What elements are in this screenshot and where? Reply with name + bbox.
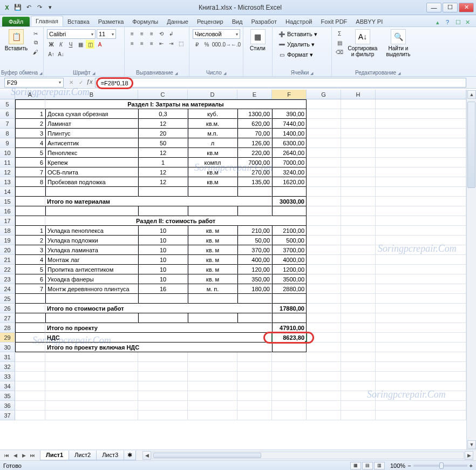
cell[interactable]: [376, 391, 466, 401]
cell[interactable]: 390,00: [272, 109, 307, 119]
cell[interactable]: [341, 343, 376, 352]
cell[interactable]: 0,3: [138, 109, 188, 119]
cell[interactable]: [307, 129, 341, 138]
rowhead[interactable]: 25: [0, 294, 15, 304]
cell[interactable]: [307, 245, 341, 255]
cell[interactable]: [237, 294, 272, 304]
rowhead[interactable]: 21: [0, 255, 15, 265]
cell[interactable]: [188, 391, 237, 401]
cell[interactable]: [45, 187, 138, 197]
doc-close-icon[interactable]: ✕: [465, 19, 473, 26]
cell[interactable]: [376, 158, 466, 167]
cell[interactable]: 270,00: [237, 167, 272, 177]
indent-inc-icon[interactable]: ⇥: [167, 39, 175, 48]
rowhead[interactable]: 36: [0, 401, 15, 411]
rowhead[interactable]: 8: [0, 129, 15, 138]
cell[interactable]: 16: [138, 284, 188, 294]
tab-insert[interactable]: Вставка: [63, 17, 94, 26]
section-header-1[interactable]: Раздел I: Затраты на материалы: [45, 99, 307, 109]
cell[interactable]: 1300,00: [237, 109, 272, 119]
cell[interactable]: [307, 197, 341, 206]
cell[interactable]: кв.м: [188, 167, 237, 177]
cell[interactable]: [272, 372, 307, 381]
cell[interactable]: [237, 313, 272, 323]
cell[interactable]: [138, 391, 188, 401]
cell[interactable]: 3: [15, 245, 45, 255]
cell[interactable]: кв. м: [188, 236, 237, 245]
cell[interactable]: 2: [15, 119, 45, 129]
cell[interactable]: [307, 265, 341, 274]
rowhead[interactable]: 14: [0, 187, 15, 197]
rowhead[interactable]: 16: [0, 206, 15, 216]
rowhead[interactable]: 13: [0, 177, 15, 187]
close-button[interactable]: ✕: [459, 3, 474, 12]
number-format-dropdown[interactable]: Числовой: [193, 29, 240, 39]
cell[interactable]: кв. м: [188, 245, 237, 255]
rowhead[interactable]: 19: [0, 236, 15, 245]
cell[interactable]: Плинтус: [45, 129, 138, 138]
cell[interactable]: [272, 343, 307, 352]
cell[interactable]: [138, 206, 188, 216]
cell[interactable]: 12: [138, 167, 188, 177]
cell[interactable]: [15, 362, 45, 372]
rowhead[interactable]: 32: [0, 362, 15, 372]
cell[interactable]: [307, 158, 341, 167]
cell[interactable]: [272, 187, 307, 197]
fill-handle[interactable]: [305, 341, 307, 343]
rowhead[interactable]: 33: [0, 372, 15, 381]
cell[interactable]: 70,00: [237, 129, 272, 138]
cell[interactable]: [138, 294, 188, 304]
fill-icon[interactable]: ▤: [335, 38, 344, 47]
cell[interactable]: [341, 148, 376, 158]
cell[interactable]: [341, 167, 376, 177]
cell[interactable]: [341, 381, 376, 391]
colhead-B[interactable]: B: [45, 90, 138, 99]
cell[interactable]: [376, 226, 466, 236]
cell[interactable]: [341, 294, 376, 304]
cell[interactable]: [307, 216, 341, 226]
cell[interactable]: 12: [138, 177, 188, 187]
cell[interactable]: 1400,00: [272, 129, 307, 138]
cell[interactable]: [307, 381, 341, 391]
cell[interactable]: [237, 411, 272, 420]
cell[interactable]: [341, 99, 376, 109]
cell[interactable]: [376, 352, 466, 362]
cell[interactable]: 3: [15, 129, 45, 138]
cell[interactable]: 2880,00: [272, 284, 307, 294]
cell[interactable]: м. п.: [188, 284, 237, 294]
vat-label[interactable]: НДС: [45, 333, 272, 343]
cell[interactable]: 47910,00: [272, 323, 307, 333]
cell[interactable]: [307, 352, 341, 362]
cell[interactable]: 20: [138, 129, 188, 138]
select-all-corner[interactable]: [0, 90, 15, 99]
cell[interactable]: [376, 177, 466, 187]
rowhead[interactable]: 29: [0, 333, 15, 343]
cell[interactable]: [341, 323, 376, 333]
cell[interactable]: [341, 245, 376, 255]
sort-filter-button[interactable]: A↓ Сортировка и фильтр: [346, 29, 379, 57]
cell[interactable]: [237, 381, 272, 391]
cell[interactable]: [138, 381, 188, 391]
cell[interactable]: 120,00: [237, 265, 272, 274]
scroll-right-icon[interactable]: ▶: [465, 451, 473, 460]
section2-total-label[interactable]: Итого по стоимости работ: [45, 304, 272, 313]
cell[interactable]: л: [188, 138, 237, 148]
rowhead[interactable]: 23: [0, 274, 15, 284]
sheet-tab-1[interactable]: Лист1: [40, 451, 69, 460]
tab-view[interactable]: Вид: [228, 17, 247, 26]
cell[interactable]: кв. м: [188, 255, 237, 265]
cell[interactable]: [15, 187, 45, 197]
cell[interactable]: [341, 411, 376, 420]
cell[interactable]: 5: [15, 148, 45, 158]
indent-dec-icon[interactable]: ⇤: [157, 39, 166, 48]
sheet-nav-last-icon[interactable]: ⏭: [28, 451, 37, 460]
bold-icon[interactable]: Ж: [47, 40, 56, 49]
cell[interactable]: [15, 411, 45, 420]
dec-decimal-icon[interactable]: ←.0: [232, 40, 240, 49]
cell[interactable]: [237, 362, 272, 372]
redo-icon[interactable]: ↷: [35, 3, 44, 12]
hscroll-thumb[interactable]: [153, 453, 261, 458]
cell[interactable]: [272, 381, 307, 391]
cell[interactable]: [15, 294, 45, 304]
cell[interactable]: [341, 362, 376, 372]
